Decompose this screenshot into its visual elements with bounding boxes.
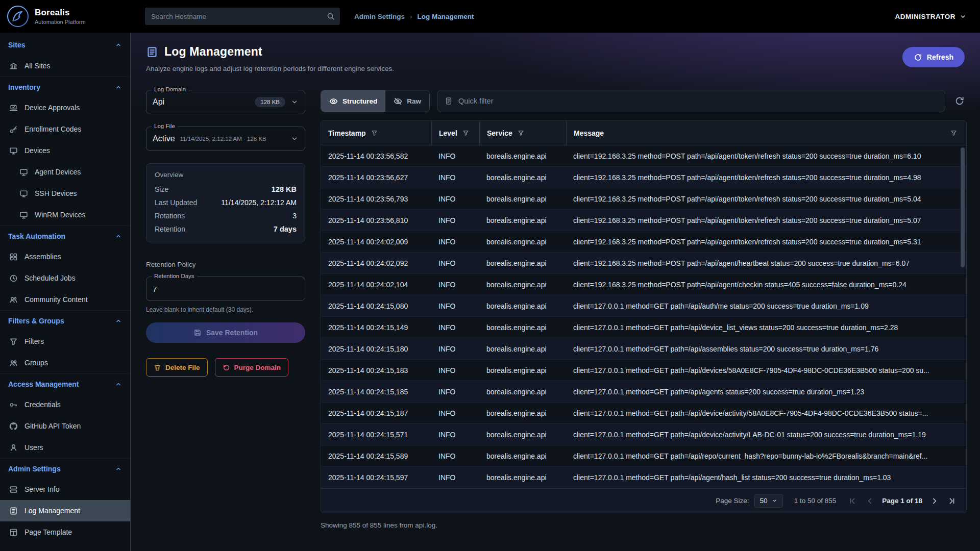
last-page-button[interactable] [947, 496, 957, 506]
log-cell-message: client=127.0.0.1 method=GET path=/api/re… [566, 452, 966, 460]
log-cell-level: INFO [431, 431, 479, 439]
brand-subtitle: Automation Platform [35, 19, 86, 25]
scrollbar-thumb[interactable] [961, 147, 965, 267]
log-row[interactable]: 2025-11-14 00:24:15,597INFOborealis.engi… [321, 467, 966, 488]
log-cell-message: client=192.168.3.25 method=POST path=/ap… [566, 259, 966, 267]
sidebar-section-filters-groups[interactable]: Filters & Groups [0, 310, 130, 331]
section-label: Filters & Groups [8, 317, 64, 325]
chevron-up-icon [115, 465, 122, 472]
log-cell-timestamp: 2025-11-14 00:24:02,104 [321, 281, 431, 289]
filter-icon[interactable] [950, 130, 957, 136]
sidebar-item-label: All Sites [24, 62, 51, 70]
sidebar-section-admin-settings[interactable]: Admin Settings [0, 458, 130, 479]
column-label: Message [574, 129, 604, 137]
sidebar-item-page-template[interactable]: Page Template [0, 521, 130, 543]
save-retention-button[interactable]: Save Retention [146, 322, 305, 343]
sidebar-item-all-sites[interactable]: All Sites [0, 55, 130, 77]
sidebar-item-scheduled-jobs[interactable]: Scheduled Jobs [0, 267, 130, 289]
log-row[interactable]: 2025-11-14 00:24:15,571INFOborealis.engi… [321, 424, 966, 445]
overview-row: Last Updated11/14/2025, 2:12:12 AM [155, 196, 297, 209]
sidebar-item-server-info[interactable]: Server Info [0, 479, 130, 500]
log-row[interactable]: 2025-11-14 00:23:56,793INFOborealis.engi… [321, 188, 966, 210]
sidebar-section-task-automation[interactable]: Task Automation [0, 226, 130, 246]
log-row[interactable]: 2025-11-14 00:23:56,627INFOborealis.engi… [321, 167, 966, 188]
column-header-timestamp[interactable]: Timestamp [321, 121, 431, 145]
log-row[interactable]: 2025-11-14 00:24:15,185INFOborealis.engi… [321, 381, 966, 403]
breadcrumb-current[interactable]: Log Management [418, 13, 474, 20]
log-cell-message: client=192.168.3.25 method=POST path=/ap… [566, 238, 966, 246]
save-retention-label: Save Retention [206, 329, 258, 337]
breadcrumb-parent[interactable]: Admin Settings [354, 13, 405, 20]
sidebar-section-access-management[interactable]: Access Management [0, 373, 130, 394]
sidebar-item-github-api-token[interactable]: GitHub API Token [0, 415, 130, 437]
sidebar-item-label: GitHub API Token [24, 422, 81, 430]
sidebar-item-winrm-devices[interactable]: WinRM Devices [0, 204, 130, 226]
log-row[interactable]: 2025-11-14 00:24:15,589INFOborealis.engi… [321, 445, 966, 467]
log-cell-service: borealis.engine.api [479, 195, 566, 203]
search-icon[interactable] [327, 12, 335, 20]
sidebar-item-device-approvals[interactable]: Device Approvals [0, 97, 130, 118]
log-cell-level: INFO [431, 323, 479, 332]
reload-logs-button[interactable] [952, 94, 967, 108]
structured-view-button[interactable]: Structured [321, 90, 385, 112]
sidebar-item-users[interactable]: Users [0, 437, 130, 458]
prev-page-button[interactable] [865, 496, 875, 506]
column-header-level[interactable]: Level [431, 121, 479, 145]
sidebar-section-sites[interactable]: Sites [0, 35, 130, 55]
log-row[interactable]: 2025-11-14 00:24:02,092INFOborealis.engi… [321, 253, 966, 274]
sidebar-item-devices[interactable]: Devices [0, 140, 130, 161]
column-header-message[interactable]: Message [566, 121, 966, 145]
sidebar-item-log-management[interactable]: Log Management [0, 500, 130, 521]
quick-filter-input[interactable] [458, 97, 938, 105]
log-row[interactable]: 2025-11-14 00:23:56,582INFOborealis.engi… [321, 145, 966, 167]
overview-value: 11/14/2025, 2:12:12 AM [221, 198, 297, 207]
table-scrollbar[interactable] [961, 147, 965, 486]
section-label: Access Management [8, 380, 79, 388]
brand[interactable]: Borealis Automation Platform [6, 5, 131, 28]
log-row[interactable]: 2025-11-14 00:24:15,080INFOborealis.engi… [321, 295, 966, 317]
next-page-button[interactable] [929, 496, 940, 506]
filter-icon[interactable] [518, 130, 524, 136]
first-page-button[interactable] [847, 496, 857, 506]
log-row[interactable]: 2025-11-14 00:24:15,187INFOborealis.engi… [321, 403, 966, 424]
column-header-service[interactable]: Service [479, 121, 566, 145]
log-cell-level: INFO [431, 388, 479, 396]
log-cell-service: borealis.engine.api [479, 366, 566, 374]
refresh-button[interactable]: Refresh [902, 47, 965, 67]
sidebar-item-agent-devices[interactable]: Agent Devices [0, 161, 130, 183]
sidebar-item-ssh-devices[interactable]: SSH Devices [0, 183, 130, 204]
log-cell-service: borealis.engine.api [479, 452, 566, 460]
delete-file-button[interactable]: Delete File [146, 358, 208, 377]
log-cell-service: borealis.engine.api [479, 388, 566, 396]
sidebar-item-assemblies[interactable]: Assemblies [0, 246, 130, 267]
log-row[interactable]: 2025-11-14 00:24:15,149INFOborealis.engi… [321, 317, 966, 338]
sidebar-nav: SitesAll SitesInventoryDevice ApprovalsE… [0, 33, 130, 543]
doc-icon [445, 97, 453, 105]
log-domain-select[interactable]: Log Domain Api 128 KB [146, 90, 305, 114]
search-input[interactable] [145, 8, 340, 25]
log-row[interactable]: 2025-11-14 00:24:02,009INFOborealis.engi… [321, 231, 966, 253]
sidebar-item-enrollment-codes[interactable]: Enrollment Codes [0, 118, 130, 140]
page-size-select[interactable]: 50 [754, 494, 783, 508]
raw-view-button[interactable]: Raw [385, 90, 429, 112]
sidebar-item-filters[interactable]: Filters [0, 331, 130, 352]
filter-icon[interactable] [462, 130, 469, 136]
log-row[interactable]: 2025-11-14 00:24:15,180INFOborealis.engi… [321, 338, 966, 360]
retention-days-input[interactable] [153, 285, 299, 293]
eye-off-icon [394, 97, 402, 106]
log-cell-message: client=192.168.3.25 method=POST path=/ap… [566, 173, 966, 182]
user-menu[interactable]: ADMINISTRATOR [895, 13, 967, 20]
sidebar-item-groups[interactable]: Groups [0, 352, 130, 373]
log-row[interactable]: 2025-11-14 00:23:56,810INFOborealis.engi… [321, 210, 966, 231]
sidebar-item-community-content[interactable]: Community Content [0, 289, 130, 310]
log-cell-timestamp: 2025-11-14 00:24:15,187 [321, 409, 431, 417]
sidebar-item-credentials[interactable]: Credentials [0, 394, 130, 415]
log-row[interactable]: 2025-11-14 00:24:02,104INFOborealis.engi… [321, 274, 966, 295]
sidebar-section-inventory[interactable]: Inventory [0, 77, 130, 97]
log-cell-timestamp: 2025-11-14 00:24:15,180 [321, 345, 431, 353]
log-file-select[interactable]: Log File Active 11/14/2025, 2:12:12 AM ·… [146, 127, 305, 151]
breadcrumb-separator: › [410, 13, 412, 20]
filter-icon[interactable] [371, 130, 378, 136]
purge-domain-button[interactable]: Purge Domain [215, 358, 289, 377]
log-row[interactable]: 2025-11-14 00:24:15,183INFOborealis.engi… [321, 360, 966, 381]
